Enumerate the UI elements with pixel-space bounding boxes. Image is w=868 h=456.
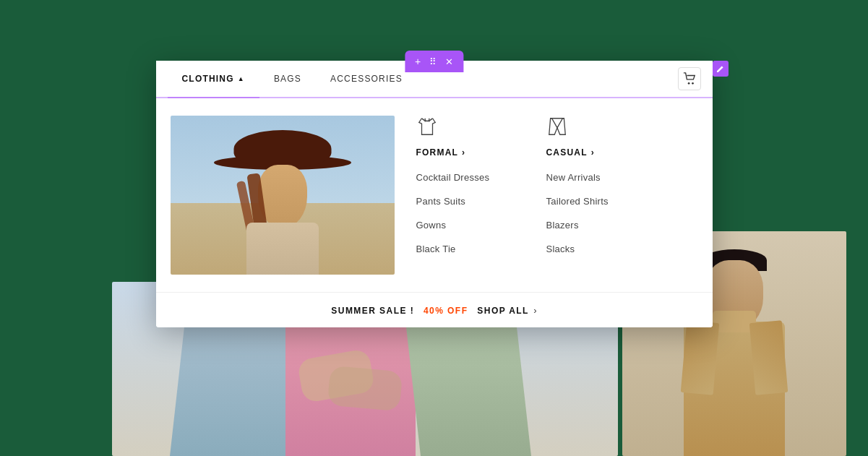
- category-columns: FORMAL › Cocktail Dresses Pants Suits Go…: [416, 116, 640, 267]
- casual-item-4[interactable]: Slacks: [546, 244, 640, 254]
- casual-item-1[interactable]: New Arrivals: [546, 172, 640, 183]
- toolbar-plus-icon[interactable]: +: [415, 56, 421, 67]
- nav-item-bags[interactable]: BAGS: [259, 61, 316, 97]
- toolbar-close-icon[interactable]: ✕: [445, 56, 453, 67]
- formal-chevron: ›: [462, 147, 465, 158]
- dropdown-content: FORMAL › Cocktail Dresses Pants Suits Go…: [156, 98, 713, 292]
- casual-chevron: ›: [591, 147, 595, 158]
- bags-label: BAGS: [274, 74, 301, 84]
- cart-button[interactable]: [678, 67, 701, 90]
- sale-discount: 40% OFF: [424, 306, 468, 316]
- sale-chevron: ›: [533, 305, 536, 316]
- edit-icon: [716, 65, 724, 73]
- sale-banner[interactable]: SUMMER SALE ! 40% OFF SHOP ALL ›: [156, 292, 713, 327]
- edit-button[interactable]: [713, 61, 729, 77]
- formal-item-2[interactable]: Pants Suits: [416, 196, 510, 207]
- sale-prefix: SUMMER SALE !: [331, 306, 414, 316]
- clothing-arrow: ▲: [238, 75, 245, 82]
- toolbar-grid-icon[interactable]: ⠿: [429, 56, 437, 67]
- casual-title[interactable]: CASUAL ›: [546, 147, 640, 158]
- svg-point-1: [692, 82, 694, 85]
- pants-icon: [546, 116, 640, 140]
- cart-icon: [683, 72, 696, 85]
- accessories-label: ACCESSORIES: [330, 74, 403, 84]
- floating-toolbar: + ⠿ ✕: [405, 51, 463, 72]
- nav-item-clothing[interactable]: CLOTHING ▲: [168, 61, 259, 97]
- formal-item-3[interactable]: Gowns: [416, 220, 510, 231]
- formal-title[interactable]: FORMAL ›: [416, 147, 510, 158]
- svg-point-0: [687, 82, 689, 85]
- category-formal: FORMAL › Cocktail Dresses Pants Suits Go…: [416, 116, 510, 267]
- casual-item-2[interactable]: Tailored Shirts: [546, 196, 640, 207]
- casual-item-3[interactable]: Blazers: [546, 220, 640, 231]
- casual-items-list: New Arrivals Tailored Shirts Blazers Sla…: [546, 172, 640, 254]
- formal-item-4[interactable]: Black Tie: [416, 244, 510, 254]
- sale-cta: SHOP ALL: [477, 306, 529, 316]
- formal-item-1[interactable]: Cocktail Dresses: [416, 172, 510, 183]
- formal-items-list: Cocktail Dresses Pants Suits Gowns Black…: [416, 172, 510, 254]
- nav-item-accessories[interactable]: ACCESSORIES: [316, 61, 417, 97]
- main-card: CLOTHING ▲ BAGS ACCESSORIES: [156, 61, 713, 327]
- clothing-label: CLOTHING: [182, 74, 234, 84]
- fashion-image: [171, 116, 395, 275]
- shirt-icon: [416, 116, 510, 140]
- category-casual: CASUAL › New Arrivals Tailored Shirts Bl…: [546, 116, 640, 267]
